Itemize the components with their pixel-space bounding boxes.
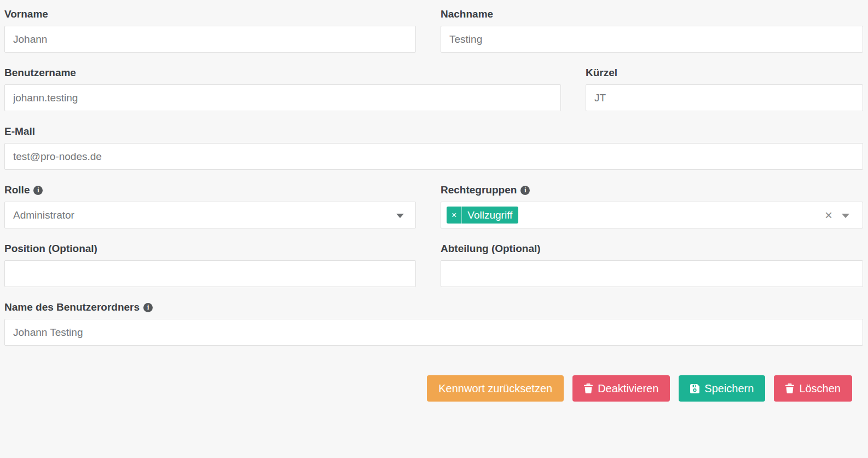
rolle-selected-value: Administrator [13, 209, 74, 221]
row-username: Benutzername Kürzel [4, 66, 863, 111]
deactivate-button-label: Deaktivieren [598, 382, 658, 395]
field-benutzerordner: Name des Benutzerordnersi [4, 301, 863, 346]
delete-button-label: Löschen [799, 382, 841, 395]
row-position-department: Position (Optional) Abteilung (Optional) [4, 242, 863, 287]
rechtegruppen-multiselect[interactable]: × Vollzugriff × [441, 202, 863, 228]
row-role-rights: Rollei Administrator Rechtegruppeni × Vo… [4, 184, 863, 228]
vorname-input[interactable] [4, 26, 416, 53]
position-label: Position (Optional) [4, 242, 416, 255]
kuerzel-label: Kürzel [586, 66, 863, 79]
tag-label: Vollzugriff [462, 207, 518, 224]
trash-icon [785, 383, 794, 393]
field-nachname: Nachname [441, 8, 863, 53]
kuerzel-input[interactable] [586, 84, 863, 111]
position-input[interactable] [4, 260, 416, 287]
save-icon [690, 384, 699, 393]
reset-password-button-label: Kennwort zurücksetzen [438, 382, 552, 395]
field-rolle: Rollei Administrator [4, 184, 416, 228]
row-email: E-Mail [4, 125, 863, 170]
row-userfolder: Name des Benutzerordnersi [4, 301, 863, 346]
field-rechtegruppen: Rechtegruppeni × Vollzugriff × [441, 184, 863, 228]
abteilung-input[interactable] [441, 260, 863, 287]
email-input[interactable] [4, 143, 863, 170]
field-position: Position (Optional) [4, 242, 416, 287]
field-abteilung: Abteilung (Optional) [441, 242, 863, 287]
reset-password-button[interactable]: Kennwort zurücksetzen [427, 375, 564, 402]
email-label: E-Mail [4, 125, 863, 138]
tag-vollzugriff: × Vollzugriff [447, 207, 518, 224]
rechtegruppen-label-text: Rechtegruppen [441, 184, 517, 196]
chevron-down-icon[interactable] [842, 214, 849, 218]
info-icon[interactable]: i [33, 186, 43, 195]
benutzerordner-label: Name des Benutzerordnersi [4, 301, 863, 313]
info-icon[interactable]: i [143, 303, 153, 312]
field-vorname: Vorname [4, 8, 416, 53]
save-button[interactable]: Speichern [679, 375, 765, 402]
deactivate-button[interactable]: Deaktivieren [572, 375, 670, 402]
nachname-input[interactable] [441, 26, 863, 53]
benutzerordner-input[interactable] [4, 319, 863, 346]
user-edit-form: Vorname Nachname Benutzername Kürzel E-M… [0, 0, 868, 402]
benutzername-input[interactable] [4, 84, 561, 111]
trash-icon [584, 383, 593, 393]
delete-button[interactable]: Löschen [774, 375, 852, 402]
nachname-label: Nachname [441, 8, 863, 20]
tag-remove-icon[interactable]: × [447, 207, 462, 224]
field-email: E-Mail [4, 125, 863, 170]
benutzername-label: Benutzername [4, 66, 561, 79]
chevron-down-icon [396, 214, 404, 218]
info-icon[interactable]: i [520, 186, 530, 195]
save-button-label: Speichern [704, 382, 754, 395]
row-name: Vorname Nachname [4, 8, 863, 53]
rolle-label: Rollei [4, 184, 416, 196]
clear-selection-icon[interactable]: × [825, 208, 832, 221]
rolle-label-text: Rolle [4, 184, 30, 196]
rolle-select[interactable]: Administrator [4, 202, 416, 228]
rechtegruppen-label: Rechtegruppeni [441, 184, 863, 196]
field-kuerzel: Kürzel [586, 66, 863, 111]
vorname-label: Vorname [4, 8, 416, 20]
action-button-bar: Kennwort zurücksetzen Deaktivieren [4, 375, 863, 402]
abteilung-label: Abteilung (Optional) [441, 242, 863, 255]
field-benutzername: Benutzername [4, 66, 561, 111]
benutzerordner-label-text: Name des Benutzerordners [4, 301, 140, 313]
